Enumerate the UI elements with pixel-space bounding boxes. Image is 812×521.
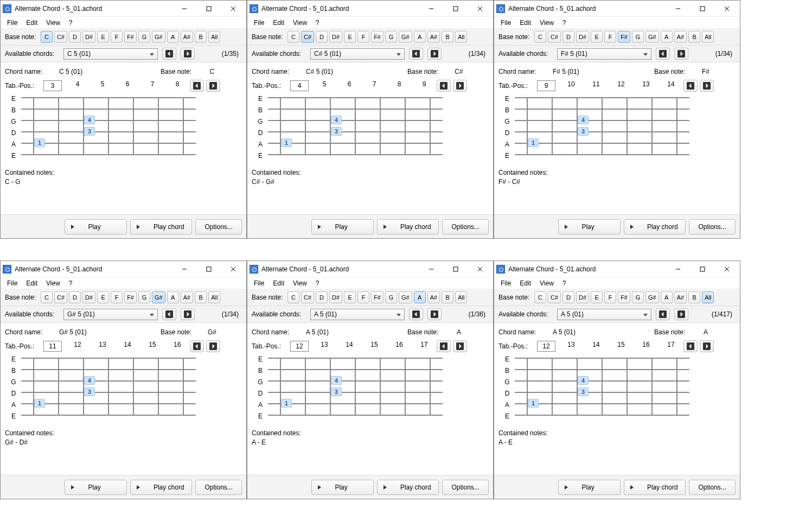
fret-pos-next-button[interactable] bbox=[700, 80, 714, 92]
prev-chord-button[interactable] bbox=[656, 48, 670, 60]
note-btn-G[interactable]: G bbox=[632, 291, 644, 303]
play-chord-button[interactable]: Play chord bbox=[624, 219, 686, 234]
menu-edit[interactable]: Edit bbox=[516, 18, 534, 28]
note-btn-F[interactable]: F bbox=[111, 291, 123, 303]
note-btn-A[interactable]: A bbox=[414, 31, 426, 43]
note-btn-B[interactable]: B bbox=[688, 291, 700, 303]
note-btn-C[interactable]: C bbox=[287, 31, 299, 43]
note-btn-C[interactable]: C bbox=[534, 31, 546, 43]
note-btn-G[interactable]: G bbox=[385, 291, 397, 303]
note-btn-Dsharp[interactable]: D# bbox=[329, 291, 342, 303]
tab-pos-input[interactable] bbox=[537, 80, 555, 91]
close-button[interactable] bbox=[714, 1, 739, 16]
next-chord-button[interactable] bbox=[181, 48, 195, 60]
menu-edit[interactable]: Edit bbox=[270, 278, 287, 288]
note-btn-D[interactable]: D bbox=[562, 31, 574, 43]
note-btn-All[interactable]: All bbox=[702, 31, 714, 43]
note-btn-Asharp[interactable]: A# bbox=[181, 291, 193, 303]
close-button[interactable] bbox=[468, 1, 492, 16]
minimize-button[interactable] bbox=[419, 262, 443, 277]
options-button[interactable]: Options... bbox=[689, 219, 736, 234]
menu-file[interactable]: File bbox=[497, 278, 514, 288]
next-chord-button[interactable] bbox=[181, 308, 195, 320]
fret-pos-prev-button[interactable] bbox=[437, 80, 451, 92]
note-btn-Asharp[interactable]: A# bbox=[427, 31, 440, 43]
maximize-button[interactable] bbox=[690, 1, 714, 16]
minimize-button[interactable] bbox=[666, 262, 690, 277]
close-button[interactable] bbox=[221, 1, 245, 16]
close-button[interactable] bbox=[221, 262, 245, 277]
fret-pos-prev-button[interactable] bbox=[683, 340, 698, 352]
maximize-button[interactable] bbox=[443, 262, 468, 277]
prev-chord-button[interactable] bbox=[162, 48, 176, 60]
tab-pos-input[interactable] bbox=[43, 80, 62, 91]
prev-chord-button[interactable] bbox=[656, 308, 670, 320]
fret-pos-next-button[interactable] bbox=[206, 340, 220, 352]
menu-view[interactable]: View bbox=[43, 18, 63, 28]
note-btn-E[interactable]: E bbox=[591, 31, 603, 43]
note-btn-Fsharp[interactable]: F# bbox=[124, 291, 137, 303]
note-btn-Gsharp[interactable]: G# bbox=[645, 291, 659, 303]
menu-help[interactable]: ? bbox=[559, 278, 570, 288]
note-btn-A[interactable]: A bbox=[414, 291, 426, 303]
chord-dropdown[interactable]: F# 5 (01) bbox=[557, 48, 651, 60]
menu-help[interactable]: ? bbox=[66, 278, 76, 288]
minimize-button[interactable] bbox=[172, 1, 196, 16]
note-btn-E[interactable]: E bbox=[591, 291, 603, 303]
note-btn-Csharp[interactable]: C# bbox=[301, 31, 314, 43]
maximize-button[interactable] bbox=[196, 1, 221, 16]
note-btn-Dsharp[interactable]: D# bbox=[82, 291, 95, 303]
menu-view[interactable]: View bbox=[536, 278, 557, 288]
note-btn-D[interactable]: D bbox=[562, 291, 574, 303]
note-btn-Asharp[interactable]: A# bbox=[674, 31, 687, 43]
menu-file[interactable]: File bbox=[251, 18, 267, 28]
note-btn-Gsharp[interactable]: G# bbox=[152, 31, 165, 43]
note-btn-C[interactable]: C bbox=[41, 31, 53, 43]
play-button[interactable]: Play bbox=[65, 480, 126, 495]
play-chord-button[interactable]: Play chord bbox=[377, 480, 439, 495]
menu-file[interactable]: File bbox=[4, 18, 21, 28]
chord-dropdown[interactable]: C 5 (01) bbox=[63, 48, 158, 60]
menu-file[interactable]: File bbox=[251, 278, 267, 288]
note-btn-Gsharp[interactable]: G# bbox=[152, 291, 165, 303]
note-btn-Csharp[interactable]: C# bbox=[54, 31, 67, 43]
minimize-button[interactable] bbox=[172, 262, 196, 277]
note-btn-Gsharp[interactable]: G# bbox=[399, 291, 412, 303]
note-btn-Gsharp[interactable]: G# bbox=[645, 31, 659, 43]
menu-edit[interactable]: Edit bbox=[270, 18, 287, 28]
fret-pos-next-button[interactable] bbox=[453, 80, 467, 92]
note-btn-D[interactable]: D bbox=[316, 291, 328, 303]
fret-pos-prev-button[interactable] bbox=[437, 340, 451, 352]
note-btn-C[interactable]: C bbox=[287, 291, 299, 303]
note-btn-D[interactable]: D bbox=[69, 31, 81, 43]
note-btn-B[interactable]: B bbox=[442, 31, 453, 43]
menu-help[interactable]: ? bbox=[312, 278, 323, 288]
note-btn-A[interactable]: A bbox=[167, 31, 179, 43]
note-btn-E[interactable]: E bbox=[344, 291, 356, 303]
note-btn-G[interactable]: G bbox=[138, 291, 150, 303]
maximize-button[interactable] bbox=[690, 262, 714, 277]
menu-view[interactable]: View bbox=[43, 278, 63, 288]
note-btn-All[interactable]: All bbox=[208, 31, 220, 43]
note-btn-Csharp[interactable]: C# bbox=[548, 31, 561, 43]
note-btn-E[interactable]: E bbox=[344, 31, 356, 43]
note-btn-B[interactable]: B bbox=[688, 31, 700, 43]
close-button[interactable] bbox=[714, 262, 739, 277]
note-btn-F[interactable]: F bbox=[604, 291, 616, 303]
fret-pos-next-button[interactable] bbox=[206, 80, 220, 92]
note-btn-Csharp[interactable]: C# bbox=[301, 291, 314, 303]
prev-chord-button[interactable] bbox=[409, 308, 423, 320]
note-btn-G[interactable]: G bbox=[138, 31, 150, 43]
note-btn-All[interactable]: All bbox=[702, 291, 714, 303]
note-btn-All[interactable]: All bbox=[455, 291, 467, 303]
note-btn-G[interactable]: G bbox=[632, 31, 644, 43]
fret-pos-prev-button[interactable] bbox=[683, 80, 698, 92]
options-button[interactable]: Options... bbox=[442, 480, 489, 495]
maximize-button[interactable] bbox=[196, 262, 221, 277]
chord-dropdown[interactable]: A 5 (01) bbox=[557, 309, 651, 320]
next-chord-button[interactable] bbox=[674, 308, 688, 320]
note-btn-B[interactable]: B bbox=[442, 291, 453, 303]
note-btn-A[interactable]: A bbox=[661, 291, 673, 303]
note-btn-Fsharp[interactable]: F# bbox=[618, 291, 630, 303]
fret-pos-next-button[interactable] bbox=[700, 340, 714, 352]
